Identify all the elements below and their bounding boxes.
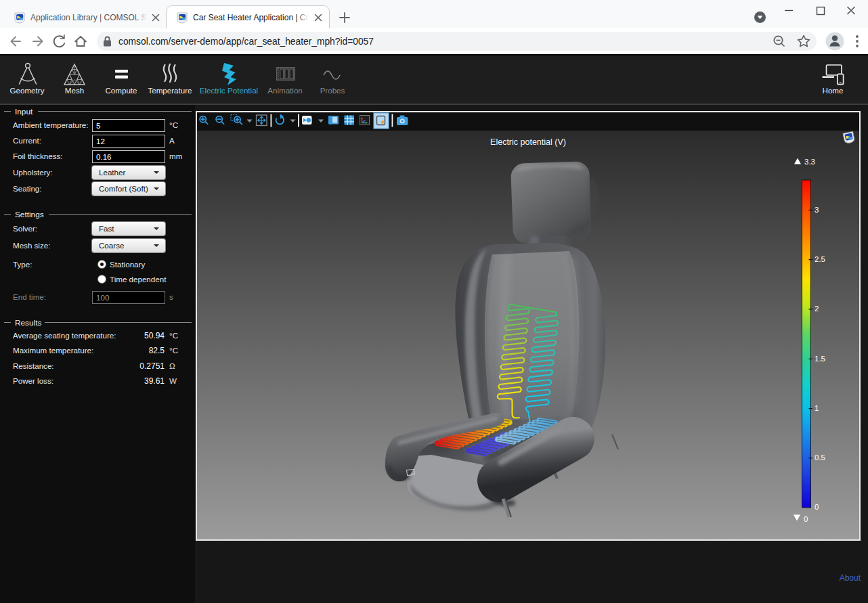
svg-text:0: 0 xyxy=(804,515,808,523)
svg-text:3: 3 xyxy=(815,206,819,214)
svg-text:2: 2 xyxy=(815,305,819,313)
svg-text:0: 0 xyxy=(815,503,819,511)
svg-text:1.5: 1.5 xyxy=(815,355,825,363)
svg-text:3.3: 3.3 xyxy=(804,158,815,166)
svg-text:2.5: 2.5 xyxy=(815,255,825,263)
svg-text:1: 1 xyxy=(815,404,819,412)
svg-text:0.5: 0.5 xyxy=(815,453,825,462)
